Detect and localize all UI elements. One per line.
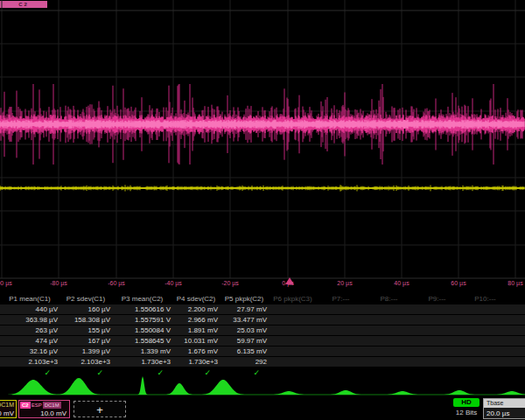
- measure-histicon: [8, 380, 59, 395]
- measure-value-row: 263 µV155 µV1.550084 V1.891 mV25.03 mV: [0, 326, 525, 336]
- measure-value-cell: 32.16 µV: [0, 346, 60, 356]
- measure-value-cell: 1.557591 V: [112, 315, 172, 325]
- measure-value-cell: 1.891 mV: [172, 326, 220, 335]
- add-trace-button[interactable]: +: [74, 401, 126, 417]
- measure-value-cell: 292: [220, 357, 269, 367]
- measure-column-header[interactable]: P3 mean(C2): [112, 294, 172, 304]
- measure-value-cell: 2.966 mV: [172, 315, 220, 325]
- measure-value-cell: 27.97 mV: [220, 304, 269, 314]
- measure-value-cell: 6.135 mV: [220, 346, 269, 356]
- measure-value-cell: 2.103e+3: [0, 357, 60, 367]
- c1-trace-core: [0, 187, 524, 188]
- time-axis-tick: 60 µs: [451, 280, 466, 286]
- measure-value-row: 474 µV167 µV1.558645 V10.031 mV59.97 mV: [0, 336, 525, 346]
- measure-histicon: [271, 391, 306, 395]
- measure-column-header-disabled[interactable]: P7:---: [317, 294, 365, 304]
- timebase-descriptor[interactable]: Tbase 20.0 µs: [483, 398, 525, 419]
- measure-value-cell: 2.200 mV: [172, 304, 220, 314]
- measure-histicon: [328, 390, 363, 395]
- measure-histicon: [166, 383, 193, 395]
- measure-value-row: 32.16 µV1.399 µV1.339 mV1.676 mV6.135 mV: [0, 346, 525, 357]
- waveform-graticule: [0, 0, 525, 290]
- timebase-scale: 20.0 µs: [484, 408, 525, 417]
- measure-value-cell: 59.97 mV: [220, 336, 269, 346]
- measure-value-cell: 155 µV: [60, 326, 112, 335]
- measure-value-cell: 25.03 mV: [220, 326, 269, 335]
- measure-value-cell: 33.477 mV: [220, 315, 269, 325]
- channel2-coupling: DC1M: [43, 402, 61, 409]
- measure-column-header[interactable]: P5 pkpk(C2): [220, 294, 269, 304]
- measure-histicon: [136, 376, 149, 395]
- channel1-coupling: DC1M: [0, 402, 14, 408]
- measure-value-row: 440 µV160 µV1.550616 V2.200 mV27.97 mV: [0, 304, 525, 315]
- hd-mode-badge[interactable]: HD: [453, 398, 480, 407]
- measure-value-row: 363.98 µV158.308 µV1.557591 V2.966 mV33.…: [0, 315, 525, 326]
- measure-column-header-disabled[interactable]: P10:---: [461, 294, 509, 304]
- measure-value-cell: 1.399 µV: [60, 346, 112, 356]
- time-axis-tick: -20 µs: [221, 280, 239, 286]
- measure-value-cell: 1.730e+3: [172, 357, 220, 367]
- measurement-histicons[interactable]: [0, 376, 525, 398]
- hd-bits-label: 12 Bits: [446, 409, 486, 416]
- measure-column-header-disabled[interactable]: P9:---: [413, 294, 461, 304]
- measure-histicon: [58, 378, 100, 395]
- measure-histicon: [202, 380, 244, 395]
- channel2-scale: 10.0 mV: [20, 410, 68, 417]
- measure-value-cell: 1.550616 V: [112, 304, 172, 314]
- measure-column-header-disabled[interactable]: P8:---: [365, 294, 413, 304]
- timebase-label: Tbase: [484, 399, 525, 408]
- measure-value-row: 2.103e+32.103e+31.730e+31.730e+3292: [0, 357, 525, 368]
- measure-value-cell: 1.676 mV: [172, 346, 220, 356]
- measure-column-header-disabled[interactable]: P6 pkpk(C3): [269, 294, 317, 304]
- measure-header-row: P1 mean(C1)P2 sdev(C1)P3 mean(C2)P4 sdev…: [0, 294, 525, 304]
- channel2-annunciator: ESP: [32, 402, 42, 409]
- measure-value-cell: 1.558645 V: [112, 336, 172, 346]
- measure-value-cell: 363.98 µV: [0, 315, 60, 325]
- measure-value-cell: 10.031 mV: [172, 336, 220, 346]
- measure-column-header[interactable]: P1 mean(C1): [0, 294, 60, 304]
- channel1-scale: 0 mV: [0, 410, 14, 417]
- measure-value-cell: 158.308 µV: [60, 315, 112, 325]
- channel1-descriptor[interactable]: DC1M 0 mV: [0, 400, 17, 418]
- time-axis-tick: -40 µs: [164, 280, 182, 286]
- time-axis-tick: 40 µs: [394, 280, 409, 286]
- measure-value-cell: 474 µV: [0, 336, 60, 346]
- measure-histicon: [494, 391, 525, 395]
- time-axis-tick: -60 µs: [108, 280, 125, 286]
- measure-value-cell: 2.103e+3: [60, 357, 112, 367]
- measure-value-cell: 1.550084 V: [112, 326, 172, 335]
- measure-value-cell: 263 µV: [0, 326, 60, 335]
- measure-histicon: [385, 391, 420, 395]
- measure-value-cell: 1.730e+3: [112, 357, 172, 367]
- measure-column-header[interactable]: P4 sdev(C2): [172, 294, 220, 304]
- measure-histicon: [442, 390, 477, 395]
- measure-value-cell: 440 µV: [0, 304, 60, 314]
- channel2-label: C2: [20, 402, 31, 409]
- channel2-descriptor[interactable]: C2ESPDC1M 10.0 mV: [18, 400, 70, 418]
- measurement-table: P1 mean(C1)P2 sdev(C1)P3 mean(C2)P4 sdev…: [0, 294, 525, 378]
- bottom-descriptor-bar: DC1M 0 mV C2ESPDC1M 10.0 mV + HD 12 Bits…: [0, 398, 525, 420]
- oscilloscope-screen: { "header": { "trace_badge": "C2" }, "gr…: [0, 0, 525, 420]
- measure-value-cell: 1.339 mV: [112, 346, 172, 356]
- time-axis-tick: 80 µs: [508, 280, 522, 286]
- time-axis-tick: -80 µs: [50, 280, 67, 286]
- measure-value-cell: 160 µV: [60, 304, 112, 314]
- measure-value-cell: 167 µV: [60, 336, 112, 346]
- time-axis-tick: 20 µs: [337, 280, 352, 286]
- time-axis-tick: -100 µs: [0, 280, 12, 286]
- time-axis-tick: 0 µs: [282, 280, 293, 286]
- measure-column-header[interactable]: P2 sdev(C1): [60, 294, 112, 304]
